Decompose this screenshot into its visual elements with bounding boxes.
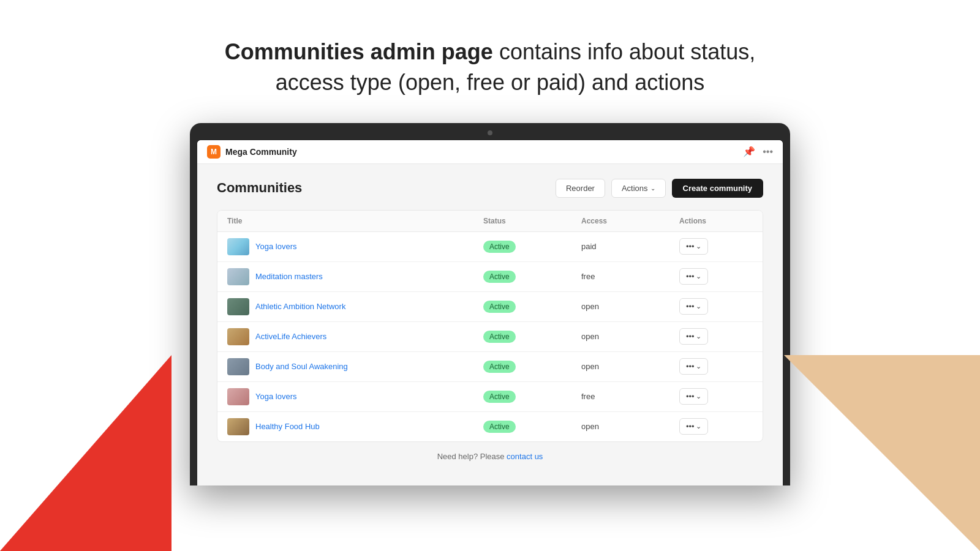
status-badge: Active	[483, 271, 516, 283]
actions-cell: ••• ⌄	[679, 268, 753, 285]
actions-cell: ••• ⌄	[679, 418, 753, 435]
row-chevron-icon: ⌄	[696, 302, 701, 310]
community-link[interactable]: Yoga lovers	[255, 392, 296, 401]
header-buttons: Reorder Actions ⌄ Create community	[556, 179, 763, 198]
pin-icon[interactable]: 📌	[743, 146, 755, 157]
status-cell: Active	[483, 391, 581, 403]
col-header-status: Status	[483, 217, 581, 225]
table-row: Meditation masters Active free ••• ⌄	[217, 262, 763, 292]
table-header: Title Status Access Actions	[217, 211, 763, 232]
community-link[interactable]: ActiveLife Achievers	[255, 332, 326, 341]
status-cell: Active	[483, 271, 581, 283]
dots-icon: •••	[686, 242, 695, 251]
community-cell: Healthy Food Hub	[227, 418, 483, 435]
brand-icon: M	[207, 145, 221, 159]
community-link[interactable]: Athletic Ambition Network	[255, 302, 345, 311]
row-actions-button[interactable]: ••• ⌄	[679, 358, 708, 375]
community-thumbnail	[227, 388, 249, 405]
status-cell: Active	[483, 301, 581, 313]
actions-cell: ••• ⌄	[679, 328, 753, 345]
actions-cell: ••• ⌄	[679, 298, 753, 315]
row-chevron-icon: ⌄	[696, 272, 701, 280]
col-header-title: Title	[227, 217, 483, 225]
status-badge: Active	[483, 361, 516, 373]
row-chevron-icon: ⌄	[696, 422, 701, 430]
heading-bold: Communities admin page	[225, 39, 493, 64]
bg-decoration-peach	[784, 355, 980, 551]
help-text: Need help? Please	[437, 452, 507, 461]
main-content: Communities Reorder Actions ⌄ Create com…	[197, 164, 783, 485]
laptop-frame: M Mega Community 📌 ••• Communities Reord…	[190, 123, 790, 485]
status-cell: Active	[483, 241, 581, 253]
chevron-down-icon: ⌄	[650, 185, 655, 192]
access-cell: open	[581, 302, 679, 311]
more-icon[interactable]: •••	[763, 146, 773, 157]
app-topbar: M Mega Community 📌 •••	[197, 140, 783, 164]
community-cell: Body and Soul Awakening	[227, 358, 483, 375]
community-cell: Yoga lovers	[227, 388, 483, 405]
dots-icon: •••	[686, 332, 695, 341]
page-title: Communities	[217, 180, 302, 196]
actions-cell: ••• ⌄	[679, 388, 753, 405]
dots-icon: •••	[686, 422, 695, 431]
status-cell: Active	[483, 331, 581, 343]
laptop-screen: M Mega Community 📌 ••• Communities Reord…	[197, 140, 783, 485]
communities-table: Title Status Access Actions Yoga lovers …	[217, 210, 763, 442]
app-brand: M Mega Community	[207, 145, 297, 159]
reorder-button[interactable]: Reorder	[556, 179, 605, 198]
table-row: Yoga lovers Active paid ••• ⌄	[217, 232, 763, 262]
access-cell: open	[581, 362, 679, 371]
table-row: ActiveLife Achievers Active open ••• ⌄	[217, 322, 763, 352]
contact-us-link[interactable]: contact us	[507, 452, 543, 461]
create-community-button[interactable]: Create community	[672, 179, 763, 198]
community-thumbnail	[227, 358, 249, 375]
community-thumbnail	[227, 328, 249, 345]
table-row: Healthy Food Hub Active open ••• ⌄	[217, 412, 763, 441]
community-cell: Meditation masters	[227, 268, 483, 285]
status-cell: Active	[483, 421, 581, 433]
row-actions-button[interactable]: ••• ⌄	[679, 298, 708, 315]
status-badge: Active	[483, 301, 516, 313]
actions-cell: ••• ⌄	[679, 238, 753, 255]
community-cell: Athletic Ambition Network	[227, 298, 483, 315]
actions-cell: ••• ⌄	[679, 358, 753, 375]
status-cell: Active	[483, 361, 581, 373]
community-link[interactable]: Meditation masters	[255, 272, 323, 281]
community-cell: Yoga lovers	[227, 238, 483, 255]
brand-name: Mega Community	[225, 147, 297, 157]
community-link[interactable]: Body and Soul Awakening	[255, 362, 348, 371]
actions-button[interactable]: Actions ⌄	[611, 179, 666, 198]
status-badge: Active	[483, 331, 516, 343]
dots-icon: •••	[686, 302, 695, 311]
dots-icon: •••	[686, 362, 695, 371]
row-actions-button[interactable]: ••• ⌄	[679, 328, 708, 345]
row-chevron-icon: ⌄	[696, 242, 701, 250]
row-actions-button[interactable]: ••• ⌄	[679, 238, 708, 255]
row-actions-button[interactable]: ••• ⌄	[679, 388, 708, 405]
community-thumbnail	[227, 268, 249, 285]
row-actions-button[interactable]: ••• ⌄	[679, 418, 708, 435]
access-cell: free	[581, 272, 679, 281]
page-header: Communities Reorder Actions ⌄ Create com…	[217, 179, 763, 198]
laptop-camera	[488, 130, 492, 135]
access-cell: open	[581, 422, 679, 431]
topbar-actions: 📌 •••	[743, 146, 773, 157]
row-actions-button[interactable]: ••• ⌄	[679, 268, 708, 285]
status-badge: Active	[483, 421, 516, 433]
community-link[interactable]: Yoga lovers	[255, 242, 296, 251]
table-body: Yoga lovers Active paid ••• ⌄ Meditation…	[217, 232, 763, 441]
row-chevron-icon: ⌄	[696, 362, 701, 370]
community-link[interactable]: Healthy Food Hub	[255, 422, 320, 431]
access-cell: paid	[581, 242, 679, 251]
page-heading: Communities admin page contains info abo…	[0, 0, 980, 123]
dots-icon: •••	[686, 392, 695, 401]
community-thumbnail	[227, 238, 249, 255]
access-cell: free	[581, 392, 679, 401]
table-row: Athletic Ambition Network Active open ••…	[217, 292, 763, 322]
help-footer: Need help? Please contact us	[217, 442, 763, 471]
dots-icon: •••	[686, 272, 695, 281]
status-badge: Active	[483, 241, 516, 253]
col-header-actions: Actions	[679, 217, 753, 225]
bg-decoration-red	[0, 355, 172, 551]
row-chevron-icon: ⌄	[696, 392, 701, 400]
